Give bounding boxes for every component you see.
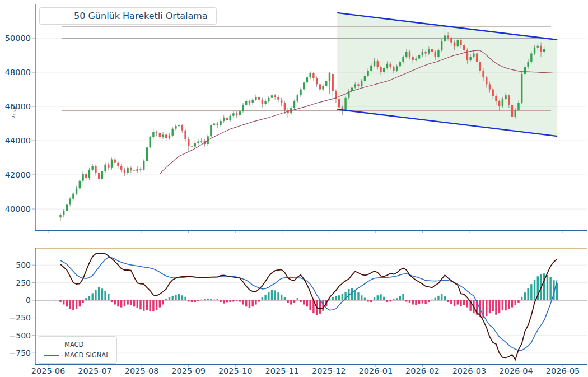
macd-histogram-bar <box>386 300 388 302</box>
macd-histogram-bar <box>79 300 81 306</box>
candle-body <box>418 55 420 59</box>
candle-body <box>457 40 459 46</box>
macd-histogram-bar <box>85 298 87 300</box>
macd-histogram-bar <box>409 300 410 303</box>
macd-histogram-bar <box>405 300 407 302</box>
macd-legend-line-icon <box>44 345 59 345</box>
macd-histogram-bar <box>88 296 90 300</box>
macd-histogram-bar <box>396 298 398 300</box>
macd-histogram-bar <box>486 300 487 316</box>
candle-body <box>226 118 228 120</box>
macd-histogram-bar <box>117 300 119 306</box>
price-ytick-label: 50000 <box>5 34 31 43</box>
macd-histogram-bar <box>207 299 208 300</box>
macd-histogram-bar <box>114 300 116 305</box>
macd-histogram-bar <box>364 298 366 300</box>
x-tick-label: 2026-02 <box>405 366 440 375</box>
candle-body <box>200 141 202 142</box>
macd-histogram-bar <box>156 300 157 310</box>
macd-histogram-bar <box>143 300 144 311</box>
candle-body <box>524 67 526 74</box>
candle-body <box>377 61 379 67</box>
macd-histogram-bar <box>210 299 212 300</box>
candle-body <box>98 173 100 179</box>
candle-body <box>156 132 157 133</box>
candle-body <box>511 105 513 117</box>
macd-histogram-bar <box>422 300 423 304</box>
price-ytick-label: 42000 <box>5 170 31 179</box>
macd-histogram-bar <box>175 295 176 300</box>
candle-body <box>162 134 164 137</box>
candle-body <box>437 50 439 57</box>
macd-histogram-bar <box>300 300 301 302</box>
macd-histogram-bar <box>217 299 218 300</box>
macd-histogram-bar <box>517 300 519 303</box>
candle-body <box>517 103 519 110</box>
macd-histogram-bar <box>252 300 254 306</box>
macd-histogram-bar <box>239 300 241 302</box>
macd-histogram-bar <box>415 300 417 305</box>
macd-histogram-bar <box>530 284 532 300</box>
candle-body <box>139 169 141 170</box>
macd-legend-label: MACD <box>64 341 83 348</box>
macd-histogram-bar <box>178 294 180 300</box>
x-tick-label: 2026-04 <box>499 366 533 375</box>
macd-histogram-bar <box>108 294 109 300</box>
candle-body <box>300 90 301 96</box>
macd-histogram-bar <box>527 288 529 300</box>
candle-body <box>374 61 375 66</box>
candle-body <box>435 52 436 57</box>
candle-body <box>169 136 170 138</box>
macd-histogram-bar <box>63 300 64 305</box>
macd-histogram-bar <box>489 300 491 313</box>
candle-body <box>527 62 529 67</box>
macd-histogram-bar <box>277 292 279 300</box>
macd-histogram-bar <box>290 300 292 305</box>
macd-histogram-bar <box>383 297 385 300</box>
macd-histogram-bar <box>124 300 125 306</box>
candle-body <box>367 71 368 76</box>
candle-body <box>111 160 113 168</box>
candle-body <box>521 74 522 103</box>
candle-body <box>172 129 174 136</box>
candle-body <box>530 53 532 62</box>
macd-histogram-bar <box>534 280 535 300</box>
candle-body <box>297 95 298 101</box>
candle-body <box>159 133 161 137</box>
candle-body <box>460 40 461 45</box>
macd-ytick-label: 250 <box>16 278 31 287</box>
macd-ytick-label: −250 <box>10 313 31 322</box>
candle-body <box>424 52 426 53</box>
candle-body <box>152 132 154 137</box>
macd-signal-legend-line-icon <box>44 355 59 356</box>
macd-histogram-bar <box>287 300 288 303</box>
macd-histogram-bar <box>556 283 558 300</box>
candle-body <box>274 95 276 97</box>
x-tick-label: 2026-05 <box>546 366 580 375</box>
candle-body <box>412 57 414 60</box>
macd-histogram-bar <box>92 293 94 300</box>
candle-body <box>124 170 125 173</box>
macd-histogram-bar <box>431 300 433 300</box>
candle-body <box>184 131 186 139</box>
macd-histogram-bar <box>197 300 199 301</box>
macd-histogram-bar <box>130 300 132 305</box>
candle-body <box>322 86 324 89</box>
candle-body <box>402 57 404 62</box>
macd-histogram-bar <box>101 288 103 300</box>
candle-body <box>213 124 215 125</box>
macd-histogram-bar <box>454 300 455 306</box>
macd-histogram-bar <box>357 292 359 300</box>
candle-body <box>130 168 132 171</box>
candle-body <box>59 215 61 218</box>
trend-channel-fill <box>337 13 557 136</box>
candle-body <box>495 96 497 101</box>
candle-body <box>277 97 279 100</box>
x-tick-label: 2025-09 <box>171 366 206 375</box>
candle-body <box>281 100 282 103</box>
macd-histogram-bar <box>111 300 113 302</box>
candle-body <box>262 100 263 104</box>
macd-histogram-bar <box>418 300 420 304</box>
macd-histogram-bar <box>543 273 545 300</box>
candle-body <box>284 103 286 110</box>
